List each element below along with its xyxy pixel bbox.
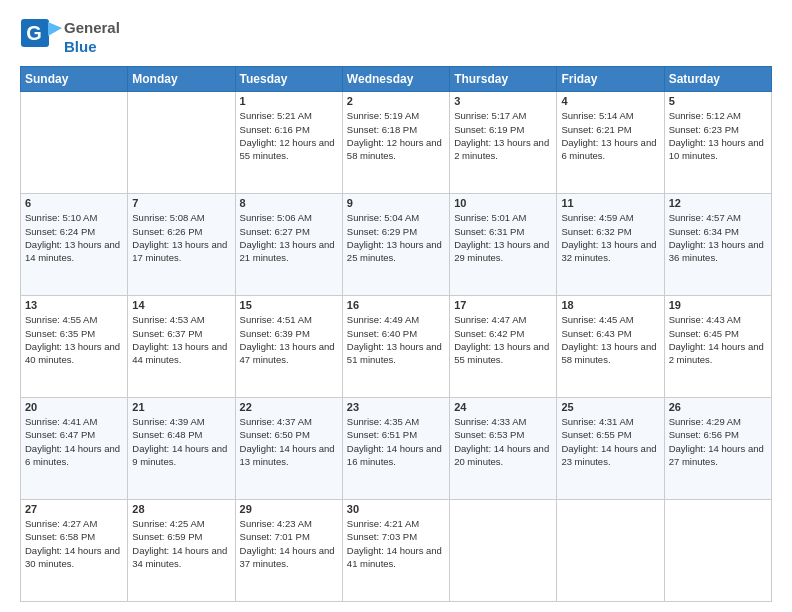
calendar-week-4: 20Sunrise: 4:41 AMSunset: 6:47 PMDayligh… [21,398,772,500]
day-number: 30 [347,503,445,515]
calendar-cell: 19Sunrise: 4:43 AMSunset: 6:45 PMDayligh… [664,296,771,398]
calendar-cell [557,500,664,602]
day-info: Sunrise: 4:49 AMSunset: 6:40 PMDaylight:… [347,313,445,366]
day-info: Sunrise: 5:10 AMSunset: 6:24 PMDaylight:… [25,211,123,264]
weekday-header-monday: Monday [128,67,235,92]
day-info: Sunrise: 4:31 AMSunset: 6:55 PMDaylight:… [561,415,659,468]
calendar-cell: 15Sunrise: 4:51 AMSunset: 6:39 PMDayligh… [235,296,342,398]
day-number: 28 [132,503,230,515]
day-info: Sunrise: 4:53 AMSunset: 6:37 PMDaylight:… [132,313,230,366]
day-info: Sunrise: 4:45 AMSunset: 6:43 PMDaylight:… [561,313,659,366]
calendar-week-3: 13Sunrise: 4:55 AMSunset: 6:35 PMDayligh… [21,296,772,398]
day-number: 25 [561,401,659,413]
weekday-header-row: SundayMondayTuesdayWednesdayThursdayFrid… [21,67,772,92]
calendar-cell: 20Sunrise: 4:41 AMSunset: 6:47 PMDayligh… [21,398,128,500]
calendar-cell: 6Sunrise: 5:10 AMSunset: 6:24 PMDaylight… [21,194,128,296]
logo-icon: G [20,18,62,56]
day-info: Sunrise: 5:12 AMSunset: 6:23 PMDaylight:… [669,109,767,162]
day-number: 16 [347,299,445,311]
day-number: 20 [25,401,123,413]
calendar-cell: 4Sunrise: 5:14 AMSunset: 6:21 PMDaylight… [557,92,664,194]
calendar-cell: 30Sunrise: 4:21 AMSunset: 7:03 PMDayligh… [342,500,449,602]
calendar-cell: 10Sunrise: 5:01 AMSunset: 6:31 PMDayligh… [450,194,557,296]
calendar-cell: 22Sunrise: 4:37 AMSunset: 6:50 PMDayligh… [235,398,342,500]
svg-text:G: G [26,22,42,44]
day-number: 24 [454,401,552,413]
day-number: 27 [25,503,123,515]
day-number: 12 [669,197,767,209]
day-info: Sunrise: 5:01 AMSunset: 6:31 PMDaylight:… [454,211,552,264]
calendar-cell: 18Sunrise: 4:45 AMSunset: 6:43 PMDayligh… [557,296,664,398]
header: G General Blue [20,18,772,56]
day-number: 7 [132,197,230,209]
day-info: Sunrise: 4:39 AMSunset: 6:48 PMDaylight:… [132,415,230,468]
day-info: Sunrise: 4:27 AMSunset: 6:58 PMDaylight:… [25,517,123,570]
weekday-header-sunday: Sunday [21,67,128,92]
day-info: Sunrise: 4:55 AMSunset: 6:35 PMDaylight:… [25,313,123,366]
day-number: 9 [347,197,445,209]
weekday-header-saturday: Saturday [664,67,771,92]
calendar-cell: 11Sunrise: 4:59 AMSunset: 6:32 PMDayligh… [557,194,664,296]
calendar-cell: 27Sunrise: 4:27 AMSunset: 6:58 PMDayligh… [21,500,128,602]
day-number: 29 [240,503,338,515]
day-number: 1 [240,95,338,107]
day-number: 3 [454,95,552,107]
day-number: 14 [132,299,230,311]
calendar-cell: 17Sunrise: 4:47 AMSunset: 6:42 PMDayligh… [450,296,557,398]
day-number: 10 [454,197,552,209]
day-info: Sunrise: 4:37 AMSunset: 6:50 PMDaylight:… [240,415,338,468]
day-number: 18 [561,299,659,311]
calendar-cell [128,92,235,194]
day-info: Sunrise: 4:47 AMSunset: 6:42 PMDaylight:… [454,313,552,366]
day-info: Sunrise: 5:04 AMSunset: 6:29 PMDaylight:… [347,211,445,264]
day-number: 26 [669,401,767,413]
day-info: Sunrise: 4:41 AMSunset: 6:47 PMDaylight:… [25,415,123,468]
calendar-cell: 5Sunrise: 5:12 AMSunset: 6:23 PMDaylight… [664,92,771,194]
calendar-cell: 14Sunrise: 4:53 AMSunset: 6:37 PMDayligh… [128,296,235,398]
day-number: 13 [25,299,123,311]
weekday-header-thursday: Thursday [450,67,557,92]
calendar-week-2: 6Sunrise: 5:10 AMSunset: 6:24 PMDaylight… [21,194,772,296]
day-info: Sunrise: 5:14 AMSunset: 6:21 PMDaylight:… [561,109,659,162]
calendar-cell: 21Sunrise: 4:39 AMSunset: 6:48 PMDayligh… [128,398,235,500]
calendar-cell [21,92,128,194]
calendar-week-5: 27Sunrise: 4:27 AMSunset: 6:58 PMDayligh… [21,500,772,602]
day-number: 17 [454,299,552,311]
day-info: Sunrise: 5:08 AMSunset: 6:26 PMDaylight:… [132,211,230,264]
calendar-cell: 2Sunrise: 5:19 AMSunset: 6:18 PMDaylight… [342,92,449,194]
day-number: 23 [347,401,445,413]
day-info: Sunrise: 4:33 AMSunset: 6:53 PMDaylight:… [454,415,552,468]
calendar-cell: 28Sunrise: 4:25 AMSunset: 6:59 PMDayligh… [128,500,235,602]
svg-marker-2 [48,22,62,36]
day-info: Sunrise: 4:57 AMSunset: 6:34 PMDaylight:… [669,211,767,264]
calendar-cell: 12Sunrise: 4:57 AMSunset: 6:34 PMDayligh… [664,194,771,296]
logo-blue: Blue [64,38,97,55]
calendar-cell: 3Sunrise: 5:17 AMSunset: 6:19 PMDaylight… [450,92,557,194]
calendar-cell: 23Sunrise: 4:35 AMSunset: 6:51 PMDayligh… [342,398,449,500]
day-number: 15 [240,299,338,311]
calendar-cell: 13Sunrise: 4:55 AMSunset: 6:35 PMDayligh… [21,296,128,398]
calendar-cell [450,500,557,602]
day-info: Sunrise: 4:29 AMSunset: 6:56 PMDaylight:… [669,415,767,468]
day-info: Sunrise: 4:59 AMSunset: 6:32 PMDaylight:… [561,211,659,264]
calendar-cell: 16Sunrise: 4:49 AMSunset: 6:40 PMDayligh… [342,296,449,398]
day-number: 8 [240,197,338,209]
calendar-cell: 24Sunrise: 4:33 AMSunset: 6:53 PMDayligh… [450,398,557,500]
day-number: 5 [669,95,767,107]
day-info: Sunrise: 4:51 AMSunset: 6:39 PMDaylight:… [240,313,338,366]
calendar-cell: 26Sunrise: 4:29 AMSunset: 6:56 PMDayligh… [664,398,771,500]
weekday-header-tuesday: Tuesday [235,67,342,92]
day-number: 19 [669,299,767,311]
calendar-cell: 1Sunrise: 5:21 AMSunset: 6:16 PMDaylight… [235,92,342,194]
day-number: 22 [240,401,338,413]
day-info: Sunrise: 5:06 AMSunset: 6:27 PMDaylight:… [240,211,338,264]
page: G General Blue SundayMondayTuesdayWednes… [0,0,792,612]
day-number: 21 [132,401,230,413]
weekday-header-wednesday: Wednesday [342,67,449,92]
calendar-cell: 7Sunrise: 5:08 AMSunset: 6:26 PMDaylight… [128,194,235,296]
weekday-header-friday: Friday [557,67,664,92]
day-info: Sunrise: 5:17 AMSunset: 6:19 PMDaylight:… [454,109,552,162]
calendar-cell: 9Sunrise: 5:04 AMSunset: 6:29 PMDaylight… [342,194,449,296]
day-info: Sunrise: 4:43 AMSunset: 6:45 PMDaylight:… [669,313,767,366]
calendar-table: SundayMondayTuesdayWednesdayThursdayFrid… [20,66,772,602]
